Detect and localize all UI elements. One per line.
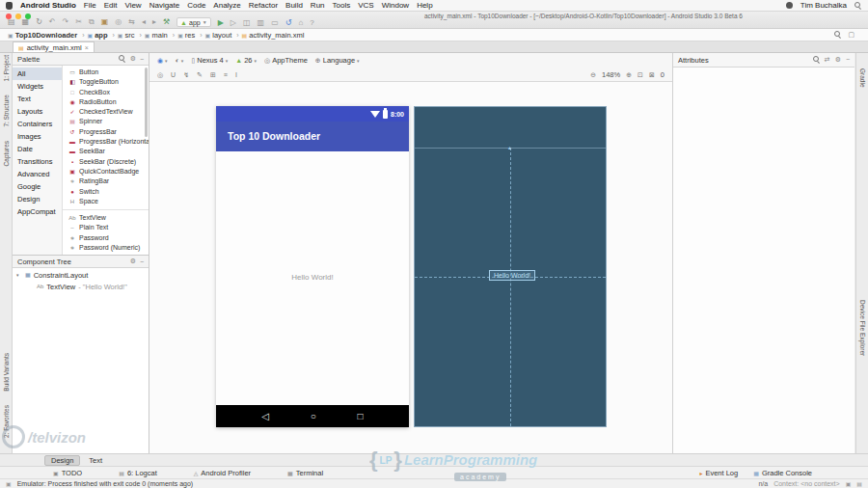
coverage-icon[interactable]: ◫ <box>243 18 251 27</box>
palette-item[interactable]: ∗ Password (Numeric) <box>63 243 149 253</box>
menu-item[interactable]: Refactor <box>249 1 278 10</box>
tool-window-button[interactable]: 1: Project <box>3 55 10 81</box>
infer-constraints-icon[interactable]: ✎ <box>197 71 203 79</box>
tool-window-tab[interactable]: ▣ TODO <box>53 469 82 477</box>
zoom-fit-icon[interactable]: ⊡ <box>637 71 643 79</box>
device-selector[interactable]: ▯ Nexus 4 ▾ <box>191 56 228 65</box>
pack-icon[interactable]: I <box>235 71 237 79</box>
tool-window-button[interactable]: Captures <box>3 141 10 166</box>
palette-category[interactable]: All <box>13 68 62 80</box>
help-icon[interactable]: ? <box>310 18 313 27</box>
undo-icon[interactable]: ↶ <box>49 17 56 27</box>
menu-item[interactable]: File <box>84 1 96 10</box>
cut-icon[interactable]: ✂ <box>75 17 82 27</box>
selected-textview[interactable]: Hello World! <box>489 270 535 281</box>
design-canvas[interactable]: 8:00 Top 10 Downloader Hello World! ◁ ○ … <box>149 82 672 453</box>
tool-window-button[interactable]: Device File Explorer <box>859 300 866 356</box>
palette-category[interactable]: Transitions <box>13 155 62 168</box>
expander-icon[interactable]: ▾ <box>16 270 22 282</box>
open-icon[interactable]: ▤ <box>8 17 15 27</box>
palette-item[interactable]: – Plain Text <box>63 223 149 232</box>
close-tab-icon[interactable]: × <box>85 44 89 51</box>
palette-category[interactable]: Text <box>13 93 62 105</box>
orientation-selector[interactable]: ◐ ▾ <box>176 57 184 64</box>
paste-icon[interactable]: ▣ <box>101 17 109 27</box>
align-icon[interactable]: ≡ <box>224 71 228 79</box>
breadcrumb-item[interactable]: ▣ layout › <box>205 31 242 40</box>
palette-item[interactable]: ▬ SeekBar <box>63 147 149 156</box>
menu-item[interactable]: Tools <box>333 1 351 10</box>
palette-item[interactable]: ● Switch <box>63 187 149 197</box>
indent-icon[interactable]: ▤ <box>856 480 862 487</box>
tool-window-tab[interactable]: ▦ Gradle Console <box>753 469 812 477</box>
breadcrumb-item[interactable]: ▤ activity_main.xml <box>242 31 305 40</box>
palette-item[interactable]: ▭ Button <box>63 68 149 77</box>
palette-category[interactable]: Containers <box>13 118 62 130</box>
clear-constraints-icon[interactable]: ↯ <box>183 71 189 79</box>
palette-item[interactable]: □ CheckBox <box>63 88 149 97</box>
sync-icon[interactable]: ↻ <box>36 17 42 27</box>
palette-category[interactable]: Advanced <box>13 168 62 180</box>
surface-mode-selector[interactable]: ◉ ▾ <box>157 57 168 65</box>
toolwindow-toggle-icon[interactable]: ▣ <box>6 480 12 487</box>
breadcrumb-item[interactable]: ▣ app › <box>87 31 117 40</box>
panel-icon[interactable]: ▢ <box>848 31 854 39</box>
panel-tool-icon[interactable]: − <box>846 56 850 64</box>
tool-window-tab[interactable]: ◬ Android Profiler <box>194 469 251 477</box>
theme-selector[interactable]: ◎ AppTheme <box>264 56 308 65</box>
palette-item[interactable]: ▪ SeekBar (Discrete) <box>63 157 149 167</box>
menu-item[interactable]: Window <box>382 1 409 10</box>
tool-window-button[interactable]: Gradle <box>859 68 866 88</box>
show-constraints-icon[interactable]: ◎ <box>157 71 163 79</box>
copy-icon[interactable]: ⧉ <box>89 17 95 27</box>
autoconnect-icon[interactable]: U <box>171 71 176 79</box>
tree-node[interactable]: ▾ ▦ ConstraintLayout <box>13 270 149 282</box>
profiler-icon[interactable]: ▥ <box>258 18 265 27</box>
breadcrumb-item[interactable]: ▣ src › <box>118 31 145 40</box>
blueprint-preview[interactable]: ▲ Hello World! <box>414 106 607 427</box>
palette-category[interactable]: Design <box>13 193 62 205</box>
search-icon[interactable]: ◎ <box>115 17 122 27</box>
mode-tab[interactable]: Text <box>82 455 109 466</box>
forward-icon[interactable]: ▸ <box>152 17 156 27</box>
run-config-selector[interactable]: ▲ app ▼ <box>176 17 211 27</box>
palette-item[interactable]: ✓ CheckedTextView <box>63 107 149 117</box>
back-icon[interactable]: ◂ <box>142 17 146 27</box>
tool-window-button[interactable]: 7: Structure <box>3 95 10 127</box>
menu-item[interactable]: Code <box>187 1 205 10</box>
search-icon[interactable] <box>834 31 842 39</box>
tab-activity-main[interactable]: ▤ activity_main.xml × <box>13 41 95 52</box>
menu-item[interactable]: VCS <box>358 1 373 10</box>
tool-window-button[interactable]: Build Variants <box>3 353 10 392</box>
apple-icon[interactable] <box>6 2 13 10</box>
tree-node[interactable]: Ab TextView - "Hello World!" <box>24 282 149 293</box>
palette-item[interactable]: ▬ ProgressBar (Horizontal) <box>63 137 149 147</box>
tool-window-tab[interactable]: ▤ 6: Logcat <box>119 469 157 477</box>
language-selector[interactable]: ⊕ Language ▾ <box>315 56 360 65</box>
api-selector[interactable]: ▲ 26 ▾ <box>235 56 257 65</box>
search-icon[interactable] <box>813 56 821 64</box>
replace-icon[interactable]: ⇆ <box>128 17 135 27</box>
minimize-icon[interactable]: − <box>140 258 144 265</box>
zoom-out-icon[interactable]: ⊖ <box>590 71 596 79</box>
palette-item[interactable]: ◧ ToggleButton <box>63 77 149 87</box>
menu-item[interactable]: Run <box>311 1 325 10</box>
palette-item[interactable]: @ E-mail <box>63 253 149 255</box>
hello-world-text[interactable]: Hello World! <box>216 273 409 282</box>
palette-item[interactable]: ↺ ProgressBar <box>63 127 149 137</box>
tool-window-tab[interactable]: ▦ Terminal <box>287 469 323 477</box>
spotlight-search-icon[interactable] <box>854 2 862 10</box>
palette-item[interactable]: ▤ Spinner <box>63 117 149 126</box>
palette-category[interactable]: Layouts <box>13 105 62 118</box>
redo-icon[interactable]: ↷ <box>63 17 69 27</box>
palette-item[interactable]: ◉ RadioButton <box>63 97 149 107</box>
panel-tool-icon[interactable]: ⇄ <box>825 56 830 64</box>
guidelines-icon[interactable]: ⊞ <box>210 71 216 79</box>
pan-icon[interactable]: ⊠ <box>649 71 655 79</box>
palette-category[interactable]: Date <box>13 143 62 155</box>
zoom-in-icon[interactable]: ⊕ <box>626 71 632 79</box>
minimize-icon[interactable]: − <box>140 56 144 63</box>
menu-item[interactable]: Navigate <box>149 1 180 10</box>
sdk-manager-icon[interactable]: ⌂ <box>298 18 303 27</box>
palette-category[interactable]: Widgets <box>13 80 62 93</box>
